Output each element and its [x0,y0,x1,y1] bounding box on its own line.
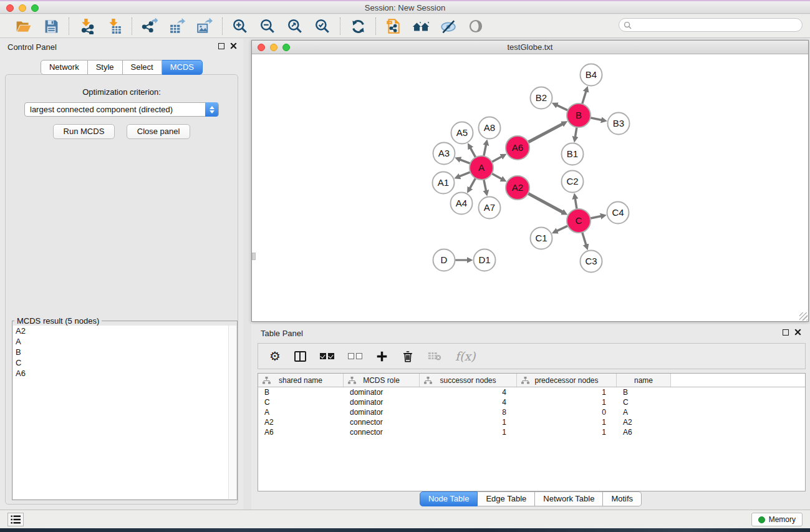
table-settings-icon[interactable]: ⚙ [269,348,281,364]
network-canvas[interactable]: AA2A6BCA1A3A4A5A7A8B1B2B3B4C1C2C3C4DD1 [252,54,808,321]
show-panel-icon[interactable] [467,17,485,35]
node-C1[interactable]: C1 [531,228,552,249]
result-item[interactable]: A6 [13,368,236,379]
node-A7[interactable]: A7 [479,197,501,219]
delete-column-icon[interactable] [402,348,414,364]
cell-name[interactable]: A6 [617,427,671,437]
cell-MCDS-role[interactable]: connector [344,417,420,427]
memory-button[interactable]: Memory [751,513,803,526]
node-B2[interactable]: B2 [531,87,552,109]
cell-predecessor-nodes[interactable]: 1 [517,397,617,407]
deselect-all-icon[interactable] [348,348,362,364]
cell-predecessor-nodes[interactable]: 1 [517,387,617,397]
criterion-select[interactable]: largest connected component (directed) [24,102,219,117]
node-C4[interactable]: C4 [607,202,629,224]
select-all-icon[interactable] [320,348,334,364]
edge-B-B2[interactable] [557,105,569,111]
tab-mcds[interactable]: MCDS [162,60,203,75]
node-A4[interactable]: A4 [451,193,473,215]
run-mcds-button[interactable]: Run MCDS [53,124,115,139]
node-A[interactable]: A [470,156,493,180]
canvas-edge-handle[interactable] [252,253,256,260]
result-item[interactable]: A [13,336,236,347]
table-tab-node-table[interactable]: Node Table [420,491,478,506]
table-row[interactable]: Adominator80A [258,407,805,417]
node-B3[interactable]: B3 [608,113,630,135]
export-table-icon[interactable] [168,17,186,35]
edge-B-B3[interactable] [589,117,602,120]
float-panel-icon[interactable] [218,43,224,49]
node-A2[interactable]: A2 [506,176,529,200]
cell-shared-name[interactable]: C [258,397,344,407]
table-tab-network-table[interactable]: Network Table [535,491,603,506]
window-resize-grip[interactable] [799,312,808,321]
node-B4[interactable]: B4 [581,64,602,86]
cell-MCDS-role[interactable]: connector [344,427,420,437]
edge-C-C3[interactable] [582,231,586,244]
node-D1[interactable]: D1 [474,249,496,271]
node-A8[interactable]: A8 [479,117,501,139]
network-window-titlebar[interactable]: testGlobe.txt [252,41,808,54]
mcds-result-list[interactable]: A2ABCA6 [13,326,236,499]
cell-successor-nodes[interactable]: 1 [420,427,517,437]
cell-predecessor-nodes[interactable]: 0 [517,407,617,417]
result-item[interactable]: B [13,347,236,357]
zoom-fit-icon[interactable] [286,17,304,35]
edge-A-A8[interactable] [483,145,486,157]
node-B1[interactable]: B1 [562,143,584,165]
function-builder-icon[interactable]: f(x) [455,348,476,364]
tab-select[interactable]: Select [123,60,162,75]
edge-A-A2[interactable] [491,173,502,179]
export-network-icon[interactable] [141,17,158,35]
table-float-icon[interactable] [783,329,789,336]
refresh-icon[interactable] [349,17,367,35]
session-home-icon[interactable] [412,17,430,35]
tab-network[interactable]: Network [41,60,88,75]
column-header-MCDS-role[interactable]: MCDS role [344,374,420,387]
edge-A-A4[interactable] [470,177,476,188]
cell-shared-name[interactable]: A6 [258,427,344,437]
node-A1[interactable]: A1 [433,172,455,194]
cell-successor-nodes[interactable]: 4 [420,397,517,407]
export-image-icon[interactable] [196,17,213,35]
column-header-predecessor-nodes[interactable]: predecessor nodes [517,374,617,387]
panel-divider[interactable] [243,38,251,510]
delete-table-icon[interactable] [428,348,441,364]
cell-name[interactable]: C [617,397,671,407]
table-tab-motifs[interactable]: Motifs [603,491,642,506]
node-A3[interactable]: A3 [433,143,455,165]
search-field[interactable] [619,18,803,32]
column-header-name[interactable]: name [617,374,671,387]
cell-name[interactable]: B [617,387,671,397]
cell-name[interactable]: A [617,407,671,417]
hide-panel-icon[interactable] [440,17,457,35]
cell-name[interactable]: A2 [617,417,671,427]
cell-MCDS-role[interactable]: dominator [344,387,420,397]
node-C[interactable]: C [567,209,591,233]
cell-MCDS-role[interactable]: dominator [344,407,420,417]
edge-A6-B[interactable] [527,124,562,143]
edge-A2-C[interactable] [527,193,563,212]
cell-successor-nodes[interactable]: 8 [420,407,517,417]
edge-C-C1[interactable] [557,225,569,231]
table-row[interactable]: A2connector11A2 [258,417,805,427]
import-table-icon[interactable] [105,17,123,35]
result-item[interactable]: A2 [13,326,236,336]
zoom-selected-icon[interactable] [314,17,331,35]
table-row[interactable]: A6connector11A6 [258,427,805,437]
task-history-button[interactable] [7,513,24,526]
cell-shared-name[interactable]: B [258,387,344,397]
edge-B-B4[interactable] [582,91,586,105]
cell-shared-name[interactable]: A [258,407,344,417]
node-A6[interactable]: A6 [506,136,529,160]
edge-A-A1[interactable] [460,172,472,177]
node-table[interactable]: shared nameMCDS rolesuccessor nodesprede… [258,373,806,491]
column-header-successor-nodes[interactable]: successor nodes [420,374,517,387]
zoom-out-icon[interactable] [259,17,276,35]
cell-successor-nodes[interactable]: 4 [420,387,517,397]
table-tab-edge-table[interactable]: Edge Table [478,491,535,506]
node-B[interactable]: B [567,104,591,127]
tab-style[interactable]: Style [88,60,123,75]
table-close-icon[interactable] [794,329,801,336]
add-column-icon[interactable] [376,348,388,364]
